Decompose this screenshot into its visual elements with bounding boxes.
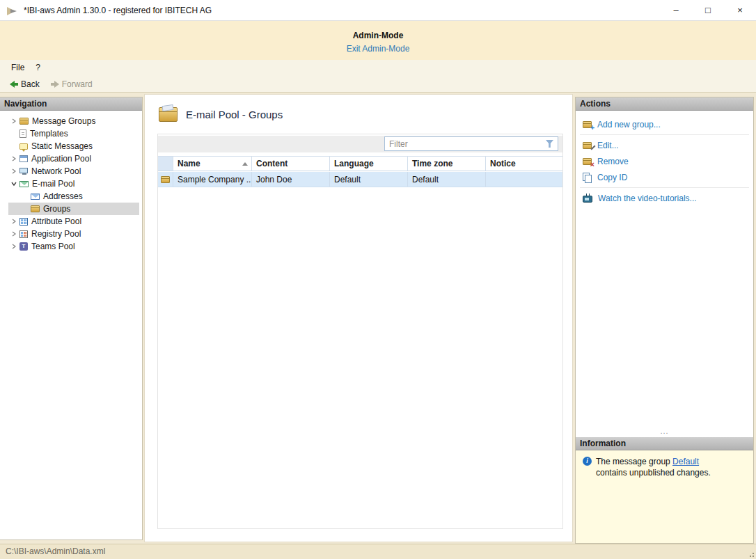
actions-overflow-indicator: ...: [576, 427, 753, 435]
navigation-header: Navigation: [0, 97, 142, 111]
cell-language: Default: [330, 172, 408, 187]
minimize-button[interactable]: –: [660, 0, 692, 21]
chevron-right-icon[interactable]: [8, 231, 19, 237]
chevron-right-icon[interactable]: [8, 219, 19, 224]
monitor-icon: [19, 168, 28, 173]
column-label: Name: [178, 159, 200, 168]
sidebar-item-email-pool[interactable]: E-mail Pool: [8, 178, 139, 190]
back-label: Back: [21, 79, 40, 89]
action-label: Watch the video-tutorials...: [598, 194, 697, 203]
app-icon: [7, 6, 18, 15]
window-controls: – □ ×: [660, 0, 756, 21]
sidebar-item-label: Network Pool: [31, 166, 81, 176]
chevron-right-icon[interactable]: [8, 156, 19, 162]
page-title-row: E-mail Pool - Groups: [159, 107, 283, 122]
app-window: { "window": { "title": "*IBI-aws Admin 1…: [0, 0, 756, 559]
filter-input[interactable]: [385, 138, 546, 150]
filter-funnel-icon[interactable]: [546, 140, 553, 148]
row-icon-cell: [158, 172, 173, 187]
sidebar-item-application-pool[interactable]: Application Pool: [8, 152, 139, 165]
sidebar-item-groups[interactable]: Groups: [8, 203, 139, 215]
actions-body: Add new group... Edit... Remove Copy ID …: [576, 111, 753, 436]
chevron-right-icon[interactable]: [8, 168, 19, 174]
sidebar-item-attribute-pool[interactable]: Attribute Pool: [8, 215, 139, 228]
actions-header: Actions: [576, 97, 753, 111]
sidebar-item-teams-pool[interactable]: Teams Pool: [8, 240, 139, 253]
window-icon: [19, 155, 28, 162]
action-list: Add new group... Edit... Remove Copy ID …: [576, 111, 753, 206]
sidebar-item-message-groups[interactable]: Message Groups: [8, 115, 139, 127]
sidebar-item-label: Templates: [30, 129, 68, 139]
cell-content: John Doe: [252, 172, 330, 187]
watch-video-tutorials-link[interactable]: Watch the video-tutorials...: [576, 190, 753, 206]
column-label: Notice: [490, 159, 516, 168]
grid-icon: [19, 218, 28, 226]
package-edit-icon: [583, 142, 592, 149]
sort-ascending-icon: [242, 162, 248, 166]
package-icon: [159, 107, 178, 122]
package-icon: [161, 176, 170, 183]
chevron-right-icon[interactable]: [8, 118, 19, 124]
sidebar-item-static-messages[interactable]: Static Messages: [8, 140, 139, 152]
back-button[interactable]: Back: [4, 76, 45, 93]
column-header-notice[interactable]: Notice: [486, 157, 562, 171]
action-label: Edit...: [597, 141, 619, 150]
statusbar: C:\IBI-aws\Admin\Data.xml: [0, 544, 756, 559]
sidebar-item-label: Registry Pool: [31, 229, 81, 239]
column-header-name[interactable]: Name: [173, 157, 252, 171]
info-text-after: contains unpublished changes.: [596, 468, 711, 478]
envelope-icon: [31, 194, 40, 200]
resize-grip[interactable]: [746, 549, 755, 558]
table-row[interactable]: Sample Company ... John Doe Default Defa…: [158, 172, 562, 187]
maximize-button[interactable]: □: [692, 0, 724, 21]
chevron-right-icon[interactable]: [8, 244, 19, 249]
document-icon: [19, 129, 26, 138]
package-remove-icon: [583, 158, 592, 165]
menu-file[interactable]: File: [6, 60, 30, 76]
information-message: The message group Default contains unpub…: [596, 456, 746, 478]
envelope-pool-icon: [19, 181, 29, 187]
column-header-content[interactable]: Content: [252, 157, 330, 171]
column-header-language[interactable]: Language: [330, 157, 408, 171]
forward-label: Forward: [62, 79, 93, 89]
sidebar-item-label: Groups: [43, 204, 70, 214]
navigation-tree: Message Groups Templates Static Messages…: [0, 111, 142, 253]
add-new-group-button[interactable]: Add new group...: [576, 116, 753, 132]
toolbar: Back Forward: [0, 76, 756, 93]
message-icon: [19, 143, 28, 150]
selector-column-header[interactable]: [158, 157, 173, 171]
menubar: File ?: [0, 60, 756, 76]
close-button[interactable]: ×: [724, 0, 756, 21]
back-arrow-icon: [10, 81, 18, 88]
main-content: E-mail Pool - Groups Name Content Langua…: [144, 94, 573, 542]
sidebar-item-registry-pool[interactable]: Registry Pool: [8, 228, 139, 240]
package-add-icon: [583, 121, 592, 128]
sidebar-item-templates[interactable]: Templates: [8, 127, 139, 140]
titlebar: *IBI-aws Admin 1.30.0 - registered for I…: [0, 0, 756, 21]
chevron-down-icon[interactable]: [8, 181, 19, 187]
tv-icon: [583, 196, 592, 203]
cell-notice: [486, 172, 562, 187]
column-header-timezone[interactable]: Time zone: [408, 157, 486, 171]
sidebar-item-label: Attribute Pool: [31, 216, 81, 226]
filter-strip: [158, 136, 562, 152]
sidebar-item-network-pool[interactable]: Network Pool: [8, 165, 139, 178]
copy-id-button[interactable]: Copy ID: [576, 169, 753, 185]
forward-button[interactable]: Forward: [45, 76, 98, 93]
default-group-link[interactable]: Default: [672, 457, 699, 466]
sidebar-item-label: Application Pool: [31, 154, 91, 164]
package-icon: [19, 118, 29, 125]
sidebar-item-addresses[interactable]: Addresses: [8, 190, 139, 203]
edit-button[interactable]: Edit...: [576, 137, 753, 153]
groups-list: Name Content Language Time zone Notice S…: [157, 134, 563, 529]
right-panel: Actions Add new group... Edit... Remove …: [575, 97, 754, 544]
exit-admin-mode-link[interactable]: Exit Admin-Mode: [347, 42, 410, 56]
forward-arrow-icon: [51, 81, 59, 88]
remove-button[interactable]: Remove: [576, 153, 753, 169]
action-label: Remove: [597, 157, 629, 166]
info-text-before: The message group: [596, 457, 672, 466]
filter-box: [384, 136, 558, 151]
menu-help[interactable]: ?: [30, 60, 46, 76]
column-label: Language: [334, 159, 374, 168]
column-label: Content: [256, 159, 288, 168]
